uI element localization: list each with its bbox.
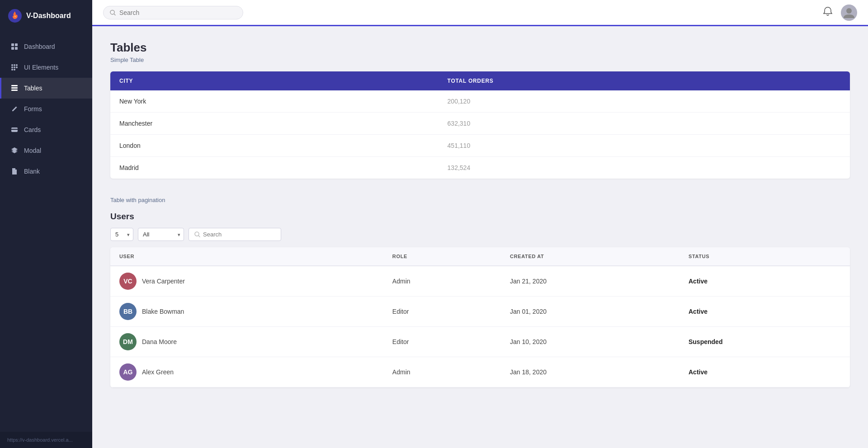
user-name: Vera Carpenter	[142, 278, 185, 285]
role-cell: Editor	[383, 327, 501, 357]
svg-point-10	[16, 66, 18, 68]
user-search-wrap[interactable]	[189, 228, 281, 241]
svg-point-11	[11, 69, 13, 71]
created-cell: Jan 10, 2020	[501, 327, 679, 357]
app-title: V-Dashboard	[26, 12, 71, 20]
sidebar-nav: Dashboard UI Elements Tables Forms Cards	[0, 36, 92, 182]
table-row: VC Vera Carpenter Admin Jan 21, 2020 Act…	[110, 266, 850, 297]
user-name: Dana Moore	[142, 338, 177, 345]
table-row: DM Dana Moore Editor Jan 10, 2020 Suspen…	[110, 327, 850, 357]
topbar-right	[823, 5, 857, 21]
orders-cell: 451,110	[439, 135, 850, 157]
orders-cell: 200,120	[439, 90, 850, 113]
sidebar-item-label: Forms	[24, 105, 42, 113]
sidebar-item-dashboard[interactable]: Dashboard	[0, 36, 92, 57]
table-row: Madrid 132,524	[110, 157, 850, 179]
sidebar-item-label: UI Elements	[24, 64, 58, 71]
card-icon	[10, 126, 19, 134]
sidebar-item-forms[interactable]: Forms	[0, 99, 92, 119]
role-cell: Editor	[383, 297, 501, 327]
user-cell: AG Alex Green	[110, 357, 383, 387]
city-cell: London	[110, 135, 439, 157]
sidebar: V-Dashboard Dashboard UI Elements Tables…	[0, 0, 92, 448]
status-cell: Suspended	[679, 327, 850, 357]
sidebar-item-cards[interactable]: Cards	[0, 119, 92, 140]
user-avatar: BB	[119, 303, 137, 320]
table-controls: 5 10 25 All Active Suspended	[110, 228, 850, 241]
status-bar: https://v-dashboard.vercel.a...	[0, 432, 92, 448]
city-cell: Manchester	[110, 113, 439, 135]
col-city: CITY	[110, 71, 439, 90]
svg-rect-1	[11, 43, 14, 46]
filter-select[interactable]: All Active Suspended	[138, 228, 184, 241]
users-table: USER ROLE CREATED AT STATUS VC Vera Carp…	[110, 247, 850, 387]
svg-point-5	[11, 64, 13, 66]
table-row: New York 200,120	[110, 90, 850, 113]
users-title: Users	[110, 212, 850, 222]
sidebar-item-label: Cards	[24, 126, 41, 133]
orders-cell: 132,524	[439, 157, 850, 179]
svg-rect-4	[15, 47, 18, 50]
bell-icon[interactable]	[823, 6, 833, 19]
svg-rect-3	[11, 47, 14, 50]
apps-icon	[10, 63, 19, 71]
city-cell: Madrid	[110, 157, 439, 179]
user-cell: VC Vera Carpenter	[110, 266, 383, 297]
search-filter-icon	[194, 231, 200, 237]
user-name: Blake Bowman	[142, 308, 184, 315]
simple-table-label: Simple Table	[110, 57, 850, 63]
file-icon	[10, 167, 19, 175]
sidebar-item-modal[interactable]: Modal	[0, 140, 92, 161]
svg-point-12	[14, 69, 15, 71]
edit-icon	[10, 105, 19, 113]
sidebar-item-label: Dashboard	[24, 43, 55, 50]
svg-point-6	[14, 64, 15, 66]
user-search-input[interactable]	[203, 231, 275, 238]
main: Tables Simple Table CITY TOTAL ORDERS Ne…	[92, 0, 868, 448]
svg-rect-2	[15, 43, 18, 46]
svg-rect-14	[11, 87, 18, 89]
svg-point-7	[16, 64, 18, 66]
per-page-select[interactable]: 5 10 25	[110, 228, 133, 241]
sidebar-item-blank[interactable]: Blank	[0, 161, 92, 182]
col-orders: TOTAL ORDERS	[439, 71, 850, 90]
sidebar-item-tables[interactable]: Tables	[0, 78, 92, 99]
page-title: Tables	[110, 41, 850, 55]
role-cell: Admin	[383, 266, 501, 297]
col-created: CREATED AT	[501, 247, 679, 266]
layers-icon	[10, 146, 19, 155]
table-icon	[10, 84, 19, 92]
search-bar[interactable]	[103, 6, 243, 19]
status-cell: Active	[679, 357, 850, 387]
table-row: AG Alex Green Admin Jan 18, 2020 Active	[110, 357, 850, 387]
search-input[interactable]	[119, 9, 236, 16]
app-logo[interactable]: V-Dashboard	[0, 0, 92, 32]
status-cell: Active	[679, 266, 850, 297]
per-page-wrap[interactable]: 5 10 25	[110, 228, 133, 241]
user-avatar: DM	[119, 333, 137, 350]
svg-point-8	[11, 66, 13, 68]
table-row: Manchester 632,310	[110, 113, 850, 135]
created-cell: Jan 21, 2020	[501, 266, 679, 297]
svg-rect-17	[11, 129, 18, 130]
topbar	[92, 0, 868, 26]
filter-wrap[interactable]: All Active Suspended	[138, 228, 184, 241]
sidebar-item-label: Tables	[24, 85, 42, 92]
status-cell: Active	[679, 297, 850, 327]
svg-rect-15	[11, 90, 18, 91]
page-content: Tables Simple Table CITY TOTAL ORDERS Ne…	[92, 26, 868, 448]
role-cell: Admin	[383, 357, 501, 387]
flame-icon	[8, 9, 22, 23]
simple-table: CITY TOTAL ORDERS New York 200,120 Manch…	[110, 71, 850, 179]
user-cell: DM Dana Moore	[110, 327, 383, 357]
sidebar-item-ui-elements[interactable]: UI Elements	[0, 57, 92, 78]
user-cell: BB Blake Bowman	[110, 297, 383, 327]
col-user: USER	[110, 247, 383, 266]
orders-cell: 632,310	[439, 113, 850, 135]
pagination-label: Table with pagination	[110, 197, 850, 203]
avatar[interactable]	[841, 5, 857, 21]
city-cell: New York	[110, 90, 439, 113]
user-avatar-image	[841, 5, 857, 21]
created-cell: Jan 01, 2020	[501, 297, 679, 327]
svg-rect-13	[11, 85, 18, 86]
